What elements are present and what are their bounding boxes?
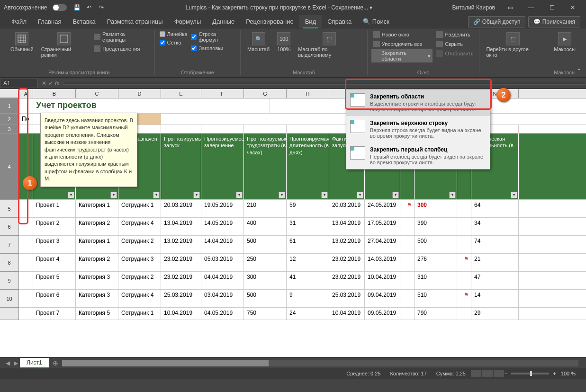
horizontal-scrollbar[interactable] — [62, 360, 578, 366]
cell[interactable] — [19, 98, 33, 113]
cell[interactable]: 500 — [244, 290, 287, 307]
cell[interactable]: Проект 1 — [33, 200, 76, 217]
cell[interactable] — [457, 272, 471, 289]
cell[interactable]: 400 — [244, 218, 287, 235]
cell[interactable] — [19, 272, 33, 289]
cell[interactable]: 790 — [415, 308, 457, 320]
col-header-B[interactable]: B — [33, 89, 76, 98]
cell[interactable]: Прогнозируемое завершение▾ — [201, 134, 244, 199]
cell[interactable] — [19, 254, 33, 271]
cell[interactable]: 14 — [471, 290, 519, 307]
cell[interactable]: 21 — [471, 254, 519, 271]
tab-file[interactable]: Файл — [6, 15, 32, 28]
user-name[interactable]: Виталий Каиров — [452, 4, 495, 11]
cell[interactable]: 10.04.2019 — [161, 308, 201, 320]
formula-checkbox[interactable]: Строка формул — [190, 30, 236, 44]
filter-icon[interactable]: ▾ — [321, 192, 328, 198]
ruler-checkbox[interactable]: Линейка — [159, 30, 189, 38]
cell[interactable]: 750 — [244, 308, 287, 320]
cell[interactable]: 9 — [287, 290, 329, 307]
undo-icon[interactable]: ↶ — [85, 3, 93, 12]
freeze-areas-item[interactable]: Закрепить областиВыделенные строки и сто… — [346, 89, 490, 116]
cell[interactable]: 04.05.2019 — [201, 308, 244, 320]
cell[interactable]: Прогнозируемая длительность (в днях)▾ — [287, 134, 329, 199]
switch-windows-button[interactable]: ⬚Перейти в другое окно — [483, 30, 543, 60]
cell[interactable]: Категория 3 — [76, 290, 118, 307]
cell[interactable]: 10.04.2019 — [365, 272, 400, 289]
view-layout-icon[interactable] — [482, 370, 493, 377]
freeze-first-col-item[interactable]: Закрепить первый столбецПервый столбец в… — [346, 143, 490, 169]
cell[interactable]: 27.04.2019 — [365, 236, 400, 253]
cell[interactable]: Проект 6 — [33, 290, 76, 307]
cell[interactable]: 24.05.2019 — [365, 200, 400, 217]
minimize-icon[interactable]: — — [522, 2, 541, 13]
cell[interactable] — [400, 218, 415, 235]
cell[interactable]: 24 — [287, 308, 329, 320]
cell[interactable] — [400, 272, 415, 289]
cell[interactable]: Учет проектов — [33, 98, 270, 113]
cell[interactable]: Проект 7 — [33, 308, 76, 320]
cell[interactable]: 310 — [415, 272, 457, 289]
cell[interactable]: 13.02.2019 — [329, 236, 365, 253]
cell[interactable]: 03.04.2019 — [201, 290, 244, 307]
cell[interactable] — [457, 308, 471, 320]
cell[interactable]: 04.04.2019 — [201, 272, 244, 289]
cell[interactable]: 20.03.2019 — [161, 200, 201, 217]
name-box[interactable] — [0, 79, 38, 88]
col-header-F[interactable]: F — [201, 89, 244, 98]
view-break-icon[interactable] — [494, 370, 504, 377]
row-header-1[interactable]: 1 — [0, 98, 19, 114]
cell[interactable]: 41 — [287, 272, 329, 289]
col-header-G[interactable]: G — [244, 89, 287, 98]
cell[interactable]: 19.05.2019 — [201, 200, 244, 217]
cell[interactable] — [400, 254, 415, 271]
cell[interactable]: Сотрудник 4 — [118, 290, 161, 307]
new-window-button[interactable]: Новое окно — [371, 30, 433, 39]
headings-checkbox[interactable]: Заголовки — [190, 45, 236, 52]
cell[interactable] — [244, 125, 287, 133]
custom-views-button[interactable]: Представления — [92, 45, 150, 53]
cell[interactable]: 09.04.2019 — [365, 290, 400, 307]
cell[interactable] — [19, 200, 33, 217]
confirm-formula-icon[interactable]: ✓ — [48, 80, 53, 87]
cell[interactable] — [161, 125, 201, 133]
cell[interactable]: ⚑ — [457, 290, 471, 307]
col-header-A[interactable]: A — [19, 89, 33, 98]
cell[interactable] — [201, 125, 244, 133]
cell[interactable]: 500 — [244, 236, 287, 253]
row-header-11[interactable] — [0, 308, 19, 320]
cell[interactable]: 500 — [415, 236, 457, 253]
freeze-panes-button[interactable]: Закрепить области ▾ — [371, 49, 433, 62]
freeze-top-row-item[interactable]: Закрепить верхнюю строкуВерхняя строка в… — [346, 116, 490, 143]
filter-icon[interactable]: ▾ — [193, 192, 200, 198]
cell[interactable] — [19, 308, 33, 320]
cell[interactable]: 34 — [471, 218, 519, 235]
cell[interactable]: 25.03.2019 — [329, 290, 365, 307]
arrange-button[interactable]: Упорядочить все — [371, 40, 433, 48]
cell[interactable]: 64 — [471, 200, 519, 217]
tab-help[interactable]: Справка — [322, 15, 357, 28]
cell[interactable]: Прогнозируемые трудозатраты (в часах)▾ — [244, 134, 287, 199]
zoom-out-icon[interactable]: − — [505, 371, 507, 376]
tab-data[interactable]: Данные — [207, 15, 240, 28]
tab-review[interactable]: Рецензирование — [240, 15, 299, 28]
tab-layout[interactable]: Разметка страницы — [101, 15, 169, 28]
cell[interactable]: 390 — [415, 218, 457, 235]
row-header-5[interactable]: 5 — [0, 200, 19, 218]
cell[interactable]: 74 — [471, 236, 519, 253]
tab-prev-icon[interactable]: ◀ — [4, 360, 12, 366]
cell[interactable]: 23.02.2019 — [329, 272, 365, 289]
cell[interactable]: Категория 3 — [76, 272, 118, 289]
cell[interactable]: 29 — [471, 308, 519, 320]
filter-icon[interactable]: ▾ — [449, 192, 456, 198]
cell[interactable] — [400, 236, 415, 253]
cell[interactable]: 09.05.2019 — [365, 308, 400, 320]
cell[interactable]: 12 — [287, 254, 329, 271]
cell[interactable]: Проект 2 — [33, 218, 76, 235]
sheet-tab-1[interactable]: Лист1 — [20, 358, 49, 368]
cell[interactable]: Проект 4 — [33, 254, 76, 271]
cell[interactable]: Сотрудник 1 — [118, 200, 161, 217]
zoom-selection-button[interactable]: ⬚Масштаб по выделенному — [295, 30, 363, 60]
zoom-level[interactable]: 100 % — [561, 371, 576, 376]
zoom-in-icon[interactable]: + — [553, 371, 556, 376]
